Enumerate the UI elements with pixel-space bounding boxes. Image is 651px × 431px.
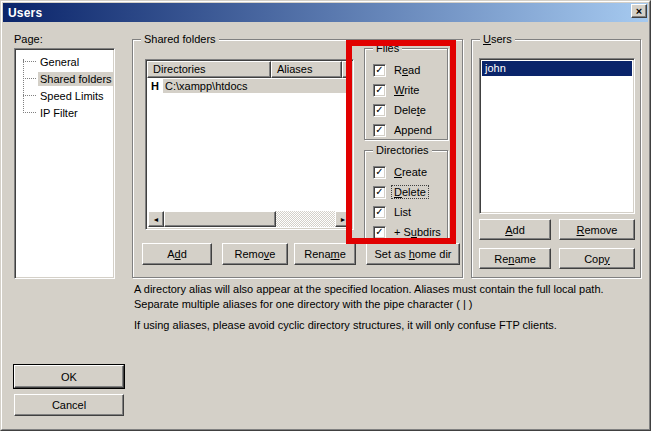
scroll-left-button[interactable]: ◄: [148, 211, 164, 227]
checkbox-label: List: [392, 206, 413, 218]
button-label: Remove: [577, 224, 618, 236]
checkbox-read[interactable]: ✓ Read: [373, 62, 422, 78]
checkbox-label: Delete: [392, 104, 428, 116]
set-as-home-dir-button[interactable]: Set as home dir: [366, 243, 460, 265]
copy-user-button[interactable]: Copy: [559, 248, 635, 269]
checkbox-write[interactable]: ✓ Write: [373, 82, 421, 98]
checkbox-label: Create: [392, 166, 429, 178]
checkbox-label: + Subdirs: [392, 226, 443, 238]
scroll-right-button[interactable]: ►: [335, 211, 351, 227]
users-list[interactable]: john: [479, 58, 635, 214]
sidebar-item-label: IP Filter: [38, 106, 80, 120]
arrow-right-icon: ►: [340, 216, 347, 223]
tree-connector: [23, 95, 36, 96]
ok-button[interactable]: OK: [14, 365, 124, 388]
users-dialog: Users × Page: General Shared folders Spe…: [0, 0, 651, 431]
checkbox-checked-icon: ✓: [373, 124, 386, 137]
column-header-filler: [342, 61, 352, 78]
tree-connector: [23, 112, 36, 113]
shared-folders-group-label: Shared folders: [141, 33, 219, 46]
list-item-user[interactable]: john: [482, 61, 632, 76]
button-label: Copy: [584, 253, 610, 265]
alias-notes: A directory alias will also appear at th…: [134, 282, 643, 339]
sidebar-item-label: Speed Limits: [38, 89, 106, 103]
page-list[interactable]: General Shared folders Speed Limits IP F…: [14, 48, 115, 279]
add-user-button[interactable]: Add: [479, 219, 551, 240]
files-permissions-group: Files ✓ Read ✓ Write ✓ Delete ✓ Append: [364, 48, 448, 140]
directories-permissions-group: Directories ✓ Create ✓ Delete ✓ List ✓ +…: [364, 150, 448, 242]
note-paragraph: A directory alias will also appear at th…: [134, 282, 643, 312]
button-label: Set as home dir: [374, 248, 451, 260]
checkbox-checked-icon: ✓: [373, 186, 386, 199]
checkbox-create[interactable]: ✓ Create: [373, 164, 429, 180]
checkbox-checked-icon: ✓: [373, 206, 386, 219]
checkbox-checked-icon: ✓: [373, 64, 386, 77]
directory-path: C:\xampp\htdocs: [163, 79, 351, 93]
cancel-button[interactable]: Cancel: [14, 394, 124, 416]
checkbox-append[interactable]: ✓ Append: [373, 122, 434, 138]
users-group-label: Users: [480, 33, 515, 46]
users-group: Users john Add Remove Rename Copy: [471, 39, 641, 278]
directories-list[interactable]: Directories Aliases H C:\xampp\htdocs ◄ …: [145, 59, 354, 230]
rename-user-button[interactable]: Rename: [479, 248, 551, 269]
sidebar-item-ip-filter[interactable]: IP Filter: [15, 104, 114, 121]
button-label: OK: [61, 371, 77, 383]
arrow-left-icon: ◄: [153, 216, 160, 223]
button-label: Add: [505, 224, 525, 236]
remove-directory-button[interactable]: Remove: [222, 243, 288, 265]
files-group-label: Files: [373, 42, 402, 55]
checkbox-subdirs[interactable]: ✓ + Subdirs: [373, 224, 443, 240]
sidebar-item-shared-folders[interactable]: Shared folders: [15, 70, 114, 87]
checkbox-label: Write: [392, 84, 421, 96]
checkbox-delete-files[interactable]: ✓ Delete: [373, 102, 428, 118]
shared-folders-group: Shared folders Directories Aliases H C:\…: [132, 39, 463, 278]
sidebar-item-label: General: [38, 55, 81, 69]
checkbox-checked-icon: ✓: [373, 226, 386, 239]
scrollbar-thumb[interactable]: [164, 211, 276, 227]
table-row[interactable]: H C:\xampp\htdocs: [148, 78, 351, 94]
note-paragraph: If using aliases, please avoid cyclic di…: [134, 318, 643, 333]
checkbox-delete-directories[interactable]: ✓ Delete: [373, 184, 428, 200]
directories-group-label: Directories: [373, 144, 432, 157]
horizontal-scrollbar[interactable]: ◄ ►: [148, 211, 351, 227]
checkbox-checked-icon: ✓: [373, 104, 386, 117]
sidebar-item-speed-limits[interactable]: Speed Limits: [15, 87, 114, 104]
tree-connector: [23, 61, 36, 62]
title-bar[interactable]: Users: [3, 3, 648, 22]
close-icon: ×: [636, 6, 642, 17]
checkbox-label: Read: [392, 64, 422, 76]
sidebar-item-general[interactable]: General: [15, 53, 114, 70]
button-label: Add: [167, 248, 187, 260]
rename-directory-button[interactable]: Rename: [294, 243, 356, 265]
tree-connector: [23, 78, 36, 79]
button-label: Remove: [235, 248, 276, 260]
button-label: Cancel: [52, 399, 86, 411]
window-title: Users: [8, 6, 42, 20]
checkbox-checked-icon: ✓: [373, 84, 386, 97]
button-label: Rename: [494, 253, 536, 265]
column-header-aliases[interactable]: Aliases: [271, 61, 342, 78]
column-header-directories[interactable]: Directories: [147, 61, 271, 78]
checkbox-label: Append: [392, 124, 434, 136]
directories-list-header: Directories Aliases: [147, 61, 352, 78]
page-label: Page:: [14, 33, 43, 45]
add-directory-button[interactable]: Add: [142, 243, 212, 265]
home-flag: H: [148, 80, 163, 92]
checkbox-list[interactable]: ✓ List: [373, 204, 413, 220]
checkbox-label: Delete: [392, 186, 428, 198]
close-button[interactable]: ×: [631, 4, 647, 18]
checkbox-checked-icon: ✓: [373, 166, 386, 179]
remove-user-button[interactable]: Remove: [559, 219, 635, 240]
sidebar-item-label: Shared folders: [38, 72, 114, 86]
button-label: Rename: [304, 248, 346, 260]
